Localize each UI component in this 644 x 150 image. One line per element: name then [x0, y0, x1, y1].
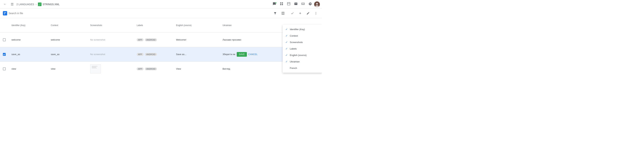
label-android[interactable]: ANDROID: [145, 67, 157, 70]
dropdown-label-french: French: [290, 67, 297, 69]
header-identifier: Identifier (Key): [8, 18, 48, 32]
file-name-label: STRINGS.XML: [42, 3, 60, 6]
checkbox-view[interactable]: [3, 67, 6, 70]
svg-rect-1: [280, 3, 282, 4]
dropdown-item-identifier[interactable]: ✓ Identifier (Key): [283, 26, 322, 32]
breadcrumb-languages[interactable]: 2 LANGUAGES: [16, 3, 34, 6]
grid-icon: [280, 2, 283, 7]
dropdown-label-identifier: Identifier (Key): [290, 28, 305, 31]
svg-rect-4: [282, 4, 283, 5]
header-check: [0, 18, 8, 32]
search-icon-box: [3, 11, 7, 16]
filter-button[interactable]: [272, 10, 278, 17]
grid-view-button[interactable]: [278, 1, 285, 8]
header-screenshots: Screenshots: [87, 18, 134, 32]
languages-label: 2 LANGUAGES: [16, 3, 34, 6]
row-check-welcome[interactable]: [0, 32, 8, 47]
checkbox-save-as[interactable]: [3, 53, 6, 56]
layout-icon: [287, 2, 290, 7]
table-row: welcome welcome No screenshot APP: [0, 32, 322, 47]
breadcrumb-file[interactable]: XML STRINGS.XML: [38, 3, 60, 6]
header-english: English (source): [173, 18, 220, 32]
identifier-value: welcome: [12, 38, 20, 41]
breadcrumb-separator: ›: [36, 3, 36, 6]
dropdown-label-english: English (source): [290, 54, 306, 56]
layout-button[interactable]: [286, 1, 292, 8]
no-screenshot-label: No screenshot: [90, 38, 105, 41]
dropdown-label-ukrainian: Ukrainian: [290, 60, 300, 63]
row-context-save-as: save_as: [48, 47, 87, 61]
label-app[interactable]: APP: [137, 67, 144, 70]
user-avatar[interactable]: [314, 2, 320, 7]
svg-rect-3: [280, 4, 282, 5]
dropdown-item-ukrainian[interactable]: ✓ Ukrainian: [283, 58, 322, 65]
columns-button[interactable]: [280, 10, 286, 17]
edit-button[interactable]: [305, 10, 311, 17]
menu-icon: ☰: [11, 2, 14, 6]
back-button[interactable]: ←: [2, 2, 8, 7]
cancel-button[interactable]: CANCEL: [248, 53, 258, 56]
svg-rect-2: [282, 3, 283, 4]
ukrainian-value: Вигляд: [222, 67, 230, 70]
row-screenshots-save-as: No screenshot: [87, 47, 134, 61]
checkmark-action-button[interactable]: [289, 10, 296, 17]
label-app[interactable]: APP: [137, 38, 144, 41]
chat-button[interactable]: [271, 1, 278, 8]
svg-rect-17: [5, 12, 6, 13]
check-english: ✓: [286, 54, 288, 56]
svg-point-20: [316, 13, 316, 14]
email-button[interactable]: [293, 1, 299, 8]
save-button[interactable]: SAVE: [237, 52, 247, 57]
row-identifier-save-as: save_as: [8, 47, 48, 61]
menu-button[interactable]: ☰: [9, 2, 15, 7]
dropdown-label-labels: Labels: [290, 47, 296, 50]
dropdown-item-french[interactable]: ✓ French: [283, 65, 322, 71]
check-identifier: ✓: [286, 28, 288, 31]
english-value: View: [176, 67, 181, 70]
checkbox-welcome[interactable]: [3, 38, 6, 41]
row-context-welcome: welcome: [48, 32, 87, 47]
data-table: Identifier (Key) Context Screenshots Lab…: [0, 18, 322, 75]
svg-text:XML: XML: [39, 5, 40, 5]
dropdown-item-labels[interactable]: ✓ Labels: [283, 45, 322, 52]
file-icon: XML: [38, 3, 42, 6]
row-check-view[interactable]: [0, 61, 8, 75]
keyboard-icon: [301, 2, 305, 7]
toolbar: ← ☰ 2 LANGUAGES › XML STRINGS.XML: [0, 0, 322, 9]
dropdown-label-screenshots: Screenshots: [290, 41, 303, 44]
label-android[interactable]: ANDROID: [145, 38, 157, 41]
email-icon: [294, 2, 298, 7]
row-context-view: view: [48, 61, 87, 75]
status-indicator: [275, 2, 276, 4]
table-row: view view: [0, 61, 322, 75]
dropdown-item-context[interactable]: ✓ Context: [283, 32, 322, 39]
settings-icon: [308, 2, 312, 7]
english-value: Save as...: [176, 53, 186, 56]
english-value: Welcome!: [176, 38, 186, 41]
check-ukrainian: ✓: [286, 60, 288, 63]
dropdown-item-screenshots[interactable]: ✓ Screenshots: [283, 39, 322, 45]
row-english-welcome: Welcome!: [173, 32, 220, 47]
ukrainian-value: Ласкаво просимо: [222, 38, 241, 41]
label-android[interactable]: ANDROID: [145, 53, 157, 56]
context-value: save_as: [51, 53, 60, 56]
row-identifier-view: view: [8, 61, 48, 75]
toolbar-left: ← ☰ 2 LANGUAGES › XML STRINGS.XML: [2, 2, 271, 7]
row-screenshots-welcome: No screenshot: [87, 32, 134, 47]
row-labels-welcome: APP ANDROID: [134, 32, 173, 47]
row-english-view: View: [173, 61, 220, 75]
search-input[interactable]: [8, 12, 270, 15]
more-options-button[interactable]: [313, 10, 319, 17]
svg-point-19: [316, 12, 316, 13]
column-dropdown: ✓ Identifier (Key) ✓ Context ✓ Screensho…: [283, 25, 322, 73]
svg-rect-7: [302, 3, 305, 5]
add-button[interactable]: [297, 10, 304, 17]
keyboard-button[interactable]: [300, 1, 306, 8]
settings-button[interactable]: [307, 1, 314, 8]
svg-rect-16: [4, 12, 5, 13]
screenshot-thumbnail[interactable]: [90, 64, 101, 73]
label-app[interactable]: APP: [137, 53, 144, 56]
dropdown-item-english[interactable]: ✓ English (source): [283, 52, 322, 58]
svg-rect-18: [4, 14, 5, 14]
row-check-save-as[interactable]: [0, 47, 8, 61]
